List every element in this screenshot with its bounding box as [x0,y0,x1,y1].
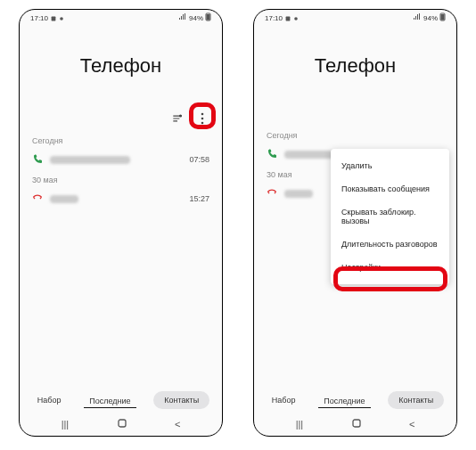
section-today: Сегодня [254,126,456,143]
nav-keypad[interactable]: Набор [32,392,67,408]
menu-call-duration[interactable]: Длительность разговоров [331,233,449,256]
svg-point-1 [60,17,63,20]
toolbar [254,110,456,126]
status-app-icon [51,15,56,20]
svg-rect-15 [441,14,445,20]
bottom-nav: Набор Последние Контакты [20,386,222,414]
signal-icon [178,13,187,22]
clock-text: 17:10 [265,14,283,22]
call-entry[interactable]: 15:27 [20,188,222,209]
phone-frame-right: 17:10 94% Телефон Сегодня 30 мая Удалить… [253,9,457,437]
svg-rect-12 [286,17,291,21]
svg-rect-3 [207,14,210,20]
blurred-contact-name [284,190,313,198]
system-nav: ||| < [20,414,222,436]
signal-icon [413,13,422,22]
nav-recents[interactable]: Последние [318,393,370,408]
call-time: 07:58 [189,155,209,164]
phone-frame-left: 17:10 94% Телефон Сегодня 07:58 30 мая 1… [19,9,223,437]
battery-icon [439,12,446,23]
svg-point-13 [294,17,298,20]
blurred-contact-name [50,156,130,164]
svg-point-9 [201,118,204,120]
battery-text: 94% [423,14,438,22]
header: Телефон [254,26,456,110]
bottom-nav: Набор Последние Контакты [254,386,456,414]
sys-home-icon[interactable] [117,418,127,430]
blurred-contact-name [50,195,78,203]
missed-call-icon [267,188,277,199]
status-bar: 17:10 94% [20,10,222,26]
sys-recents-icon[interactable]: ||| [296,419,304,430]
nav-recents[interactable]: Последние [84,393,135,408]
call-entry[interactable]: 07:58 [20,149,222,170]
svg-rect-0 [52,17,56,21]
status-notif-icon [293,15,299,20]
call-time: 15:27 [189,194,209,203]
page-title: Телефон [20,54,222,78]
status-app-icon [285,15,291,20]
nav-contacts[interactable]: Контакты [153,391,209,409]
outgoing-call-icon [267,149,277,160]
battery-text: 94% [189,14,203,22]
section-today: Сегодня [20,131,222,149]
svg-point-10 [201,122,204,125]
toolbar [20,110,222,131]
battery-icon [205,12,211,23]
clock-text: 17:10 [30,14,48,22]
menu-show-messages[interactable]: Показывать сообщения [331,177,449,200]
filter-icon[interactable] [170,111,185,126]
menu-settings[interactable]: Настройки [331,256,449,279]
more-icon[interactable] [195,111,209,126]
sys-back-icon[interactable]: < [175,419,180,430]
header: Телефон [20,26,222,110]
missed-call-icon [32,193,43,204]
menu-delete[interactable]: Удалить [331,154,449,177]
section-may30: 30 мая [20,170,222,188]
svg-rect-11 [119,420,126,427]
svg-point-8 [201,113,204,116]
sys-recents-icon[interactable]: ||| [62,419,70,430]
sys-home-icon[interactable] [351,418,362,430]
sys-back-icon[interactable]: < [409,419,414,430]
menu-hide-blocked[interactable]: Скрывать заблокир. вызовы [331,200,449,233]
nav-contacts[interactable]: Контакты [388,391,444,409]
outgoing-call-icon [32,154,43,165]
blurred-contact-name [284,151,338,159]
status-bar: 17:10 94% [254,10,456,26]
page-title: Телефон [254,54,456,78]
status-notif-icon [59,15,64,20]
svg-rect-16 [353,420,360,427]
svg-point-7 [180,115,182,117]
nav-keypad[interactable]: Набор [267,392,301,408]
overflow-menu: Удалить Показывать сообщения Скрывать за… [331,149,449,284]
system-nav: ||| < [254,414,456,436]
